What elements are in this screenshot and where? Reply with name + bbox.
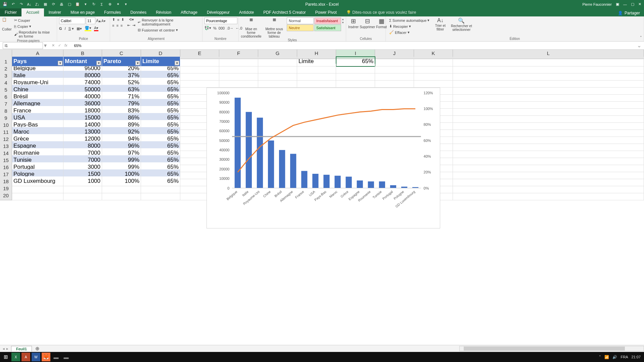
qat-icon-3[interactable]: ⊕ [107, 2, 112, 7]
align-left-icon[interactable]: ≡ [112, 23, 114, 28]
horizontal-scrollbar[interactable] [459, 346, 644, 351]
spreadsheet-grid[interactable]: ABCDEFGHIJKL1Pays▾Montant▾Pareto▾Limite▾… [0, 50, 644, 352]
sigma-icon[interactable]: Σ [99, 2, 104, 7]
sort-desc-icon[interactable]: Z↓ [35, 2, 40, 7]
taskbar-app-icon[interactable]: ▬ [52, 353, 60, 361]
align-right-icon[interactable]: ≡ [121, 23, 123, 28]
merge-center-button[interactable]: ⊟ Fusionner et centrer ▾ [136, 27, 200, 33]
taskbar-app-icon[interactable]: W [32, 353, 40, 361]
qat-icon-2[interactable]: ↻ [91, 2, 96, 7]
filter-dropdown-icon[interactable]: ▾ [96, 61, 101, 65]
format-as-table-label[interactable]: Mettre sous forme de tableau [263, 27, 286, 38]
tab-affichage[interactable]: Affichage [176, 8, 202, 16]
style-insatisfaisant[interactable]: Insatisfaisant [314, 17, 341, 24]
font-size-input[interactable] [86, 17, 95, 24]
tray-volume-icon[interactable]: 🔊 [612, 355, 617, 359]
taskbar-app-icon[interactable]: 🦊 [42, 353, 50, 361]
sheet-nav-last-icon[interactable]: ▸ [6, 347, 8, 351]
tab-accueil[interactable]: Accueil [21, 8, 44, 16]
autosum-button[interactable]: Σ Somme automatique ▾ [388, 17, 431, 23]
tab-formules[interactable]: Formules [99, 8, 126, 16]
conditional-format-label[interactable]: Mise en forme conditionnelle [241, 27, 262, 38]
number-format-dropdown[interactable] [204, 17, 237, 24]
taskbar-app-icon[interactable]: X [11, 353, 20, 361]
tell-me[interactable]: 💡 Dites-nous ce que vous voulez faire [341, 8, 421, 16]
insert-cells-label[interactable]: Insérer [348, 25, 359, 29]
sheet-nav-first-icon[interactable]: ◂ [3, 347, 5, 351]
decrease-indent-icon[interactable]: ⇤ [127, 23, 130, 28]
tab-revision[interactable]: Révision [151, 8, 176, 16]
align-top-icon[interactable]: ⬆ [112, 17, 115, 22]
align-center-icon[interactable]: ≡ [116, 23, 118, 28]
clear-button[interactable]: 🧹 Effacer ▾ [388, 30, 431, 35]
print-icon[interactable]: 🖶 [59, 2, 64, 7]
tab-donnees[interactable]: Données [126, 8, 151, 16]
align-middle-icon[interactable]: ≡ [117, 18, 119, 22]
maximize-icon[interactable]: ▢ [631, 2, 634, 6]
cell[interactable]: Limite▾ [141, 57, 180, 66]
copy-button[interactable]: ⎘ Copier ▾ [13, 23, 55, 29]
comma-icon[interactable]: 000 [219, 26, 225, 30]
sheet-tab-feuil1[interactable]: Feuil1 [11, 346, 32, 352]
tab-mise-en-page[interactable]: Mise en page [66, 8, 99, 16]
tab-antidote[interactable]: Antidote [234, 8, 259, 16]
underline-icon[interactable]: S ▾ [68, 27, 74, 31]
pivot-icon[interactable]: ▦ [43, 2, 48, 7]
pareto-chart[interactable]: 0100002000030000400005000060000700008000… [206, 88, 440, 228]
currency-icon[interactable]: 💱▾ [204, 26, 211, 30]
collapse-ribbon-icon[interactable]: ˄ [640, 36, 642, 40]
paste-big-icon[interactable]: 📋 [2, 17, 11, 27]
filter-dropdown-icon[interactable]: ▾ [58, 61, 62, 65]
cell[interactable] [141, 191, 180, 200]
delete-cells-label[interactable]: Supprimer [360, 25, 375, 29]
cell[interactable]: Pays▾ [12, 57, 63, 66]
filter-dropdown-icon[interactable]: ▾ [135, 61, 140, 65]
share-button[interactable]: 👤 Partager [614, 10, 644, 16]
sort-asc-icon[interactable]: A↓ [27, 2, 32, 7]
tray-lang[interactable]: FRA [620, 355, 628, 359]
fx-icon[interactable]: fx [64, 43, 67, 48]
tab-inserer[interactable]: Insérer [44, 8, 66, 16]
percent-icon[interactable]: % [213, 26, 217, 30]
minimize-icon[interactable]: — [623, 2, 627, 6]
row-header[interactable]: 20 [0, 191, 12, 200]
start-icon[interactable]: ⊞ [1, 353, 10, 361]
bold-icon[interactable]: G [59, 27, 62, 31]
taskbar-app-icon[interactable]: ▬ [62, 353, 71, 361]
close-icon[interactable]: ✕ [638, 2, 641, 6]
style-normal[interactable]: Normal [287, 17, 314, 24]
enter-formula-icon[interactable]: ✓ [58, 43, 61, 48]
format-cells-label[interactable]: Format [376, 25, 387, 29]
paste-icon[interactable]: 📋 [75, 2, 80, 7]
sort-filter-label[interactable]: Trier et filtrer [432, 24, 449, 31]
qat-icon-1[interactable]: ▾ [83, 2, 88, 7]
refresh-icon[interactable]: ⟳ [51, 2, 56, 7]
cell[interactable]: Pareto▾ [102, 57, 141, 66]
decrease-font-icon[interactable]: A▾ [101, 19, 105, 23]
new-icon[interactable]: ▢ [67, 2, 72, 7]
cell[interactable] [12, 191, 63, 200]
conditional-format-icon[interactable]: ▦ [246, 17, 256, 27]
styles-more-icon[interactable]: ▴▾ [342, 17, 344, 24]
cut-button[interactable]: ✂ Couper [13, 17, 55, 23]
increase-decimal-icon[interactable]: .0→ [227, 26, 233, 30]
increase-font-icon[interactable]: A▴ [96, 18, 101, 23]
redo-icon[interactable]: ↷ [19, 2, 24, 7]
add-sheet-icon[interactable]: ⊕ [32, 346, 43, 352]
fill-button[interactable]: ⬇ Recopier ▾ [388, 23, 431, 29]
taskbar-app-icon[interactable]: A [21, 353, 30, 361]
tab-power-pivot[interactable]: Power Pivot [311, 8, 341, 16]
style-neutre[interactable]: Neutre [287, 24, 314, 31]
format-as-table-icon[interactable]: ▦ [270, 17, 279, 27]
tab-fichier[interactable]: Fichier [0, 8, 21, 16]
tab-developpeur[interactable]: Développeur [202, 8, 234, 16]
undo-icon[interactable]: ↶ [11, 2, 15, 7]
save-icon[interactable]: 💾 [3, 2, 7, 7]
expand-formula-bar-icon[interactable]: ⌄ [637, 42, 644, 49]
tray-chevron-icon[interactable]: ˄ [599, 355, 601, 359]
orientation-icon[interactable]: ⟲▾ [129, 17, 134, 22]
sort-filter-icon[interactable]: A↓ [437, 17, 444, 23]
style-satisfaisant[interactable]: Satisfaisant [314, 24, 341, 31]
font-color-icon[interactable]: A▾ [94, 26, 98, 31]
cell[interactable] [453, 191, 644, 200]
